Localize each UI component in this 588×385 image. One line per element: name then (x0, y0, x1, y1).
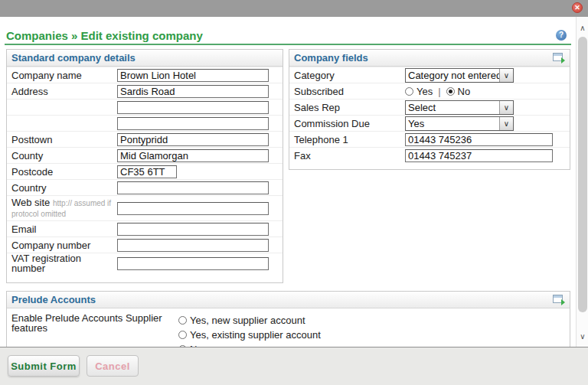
title-divider (5, 44, 571, 45)
website-input[interactable] (117, 202, 269, 215)
close-icon[interactable]: ✕ (572, 2, 583, 13)
company-number-row: Company number (7, 237, 283, 253)
page-title: Companies » Edit existing company (6, 29, 203, 42)
company-name-input[interactable] (117, 69, 269, 82)
vat-row: VAT registration number (7, 253, 283, 273)
subscribed-row: Subscribed Yes | No (289, 83, 570, 99)
chevron-down-icon[interactable]: ∨ (499, 101, 513, 114)
commission-due-select[interactable]: Yes ∨ (405, 116, 514, 131)
postcode-row: Postcode (7, 163, 283, 179)
sales-rep-label: Sales Rep (294, 103, 405, 113)
company-number-label: Company number (11, 240, 117, 250)
standard-company-details-panel: Standard company details Company name Ad… (6, 49, 283, 283)
category-row: Category Category not entered ∨ (289, 67, 570, 83)
scroll-down-icon[interactable]: ∨ (577, 330, 588, 344)
county-input[interactable] (117, 149, 269, 162)
category-label: Category (294, 70, 405, 80)
country-row: Country (7, 179, 283, 195)
sales-rep-row: Sales Rep Select ∨ (289, 99, 570, 115)
cancel-button[interactable]: Cancel (87, 355, 139, 377)
commission-due-row: Commission Due Yes ∨ (289, 115, 570, 131)
email-row: Email (7, 220, 283, 237)
address3-input[interactable] (117, 117, 269, 130)
prelude-features-row: Enable Prelude Accounts Supplier feature… (7, 308, 570, 347)
address2-input[interactable] (117, 101, 269, 114)
category-select[interactable]: Category not entered ∨ (405, 68, 514, 83)
address-row: Address (7, 83, 283, 99)
telephone-label: Telephone 1 (294, 135, 405, 145)
panel-title: Standard company details (11, 52, 136, 64)
chevron-down-icon[interactable]: ∨ (499, 117, 513, 130)
county-row: County (7, 147, 283, 163)
panel-title: Company fields (294, 52, 368, 64)
open-in-window-icon[interactable] (553, 53, 565, 63)
address3-row (7, 115, 283, 131)
country-label: Country (11, 183, 117, 193)
company-number-input[interactable] (117, 239, 269, 252)
company-name-row: Company name (7, 67, 283, 83)
standard-company-details-header: Standard company details (7, 50, 283, 67)
vertical-scrollbar[interactable]: ∧ ∨ (576, 17, 588, 347)
fax-input[interactable] (405, 149, 553, 162)
address-label: Address (11, 86, 117, 96)
open-in-window-icon[interactable] (553, 295, 565, 305)
postcode-input[interactable] (117, 165, 177, 178)
subscribed-label: Subscribed (294, 86, 405, 96)
email-label: Email (11, 224, 117, 234)
prelude-accounts-panel: Prelude Accounts Enable Prelude Accounts… (6, 291, 570, 347)
dialog-content: Companies » Edit existing company ? Stan… (0, 17, 576, 347)
commission-due-label: Commission Due (294, 119, 405, 129)
panel-title: Prelude Accounts (11, 294, 96, 305)
submit-form-button[interactable]: Submit Form (8, 355, 80, 377)
chevron-down-icon[interactable]: ∨ (499, 69, 513, 82)
posttown-input[interactable] (117, 133, 269, 146)
subscribed-no-label: No (458, 86, 471, 97)
company-name-label: Company name (11, 70, 117, 80)
address2-row (7, 99, 283, 115)
company-fields-header: Company fields (289, 50, 570, 67)
scroll-up-icon[interactable]: ∧ (577, 21, 588, 35)
vat-label: VAT registration number (11, 253, 117, 273)
posttown-label: Posttown (11, 135, 117, 145)
help-icon[interactable]: ? (556, 30, 567, 41)
prelude-feature-label: Enable Prelude Accounts Supplier feature… (11, 313, 178, 333)
company-fields-panel: Company fields Category Category not ent… (289, 49, 570, 170)
subscribed-no-radio[interactable] (446, 87, 455, 96)
telephone-row: Telephone 1 (289, 131, 570, 147)
prelude-yes-existing-label: Yes, existing supplier account (190, 329, 321, 341)
subscribed-yes-radio[interactable] (405, 87, 413, 96)
country-input[interactable] (117, 181, 269, 194)
address-input[interactable] (117, 85, 269, 98)
subscribed-yes-label: Yes (416, 86, 433, 97)
clipped-background-title: COMPANIES » EDIT COMPANY » BROWN LION HO… (5, 0, 300, 2)
footer-bar: Submit Form Cancel (0, 347, 588, 385)
fax-label: Fax (294, 151, 405, 161)
email-input[interactable] (117, 223, 269, 236)
scrollbar-thumb[interactable] (578, 37, 587, 312)
prelude-options: Yes, new supplier account Yes, existing … (178, 313, 321, 347)
background-window-bar: COMPANIES » EDIT COMPANY » BROWN LION HO… (0, 0, 588, 17)
vat-input[interactable] (117, 257, 269, 270)
prelude-yes-new-label: Yes, new supplier account (190, 315, 305, 326)
county-label: County (11, 151, 117, 161)
fax-row: Fax (289, 147, 570, 163)
postcode-label: Postcode (11, 167, 117, 177)
website-label: Web site (11, 197, 50, 208)
prelude-yes-new-radio[interactable] (178, 316, 187, 325)
prelude-accounts-header: Prelude Accounts (7, 292, 570, 308)
telephone-input[interactable] (405, 133, 553, 146)
prelude-yes-existing-radio[interactable] (178, 331, 187, 339)
posttown-row: Posttown (7, 131, 283, 147)
sales-rep-select[interactable]: Select ∨ (405, 100, 514, 115)
website-row: Web site http:// assumed if protocol omi… (7, 195, 283, 220)
